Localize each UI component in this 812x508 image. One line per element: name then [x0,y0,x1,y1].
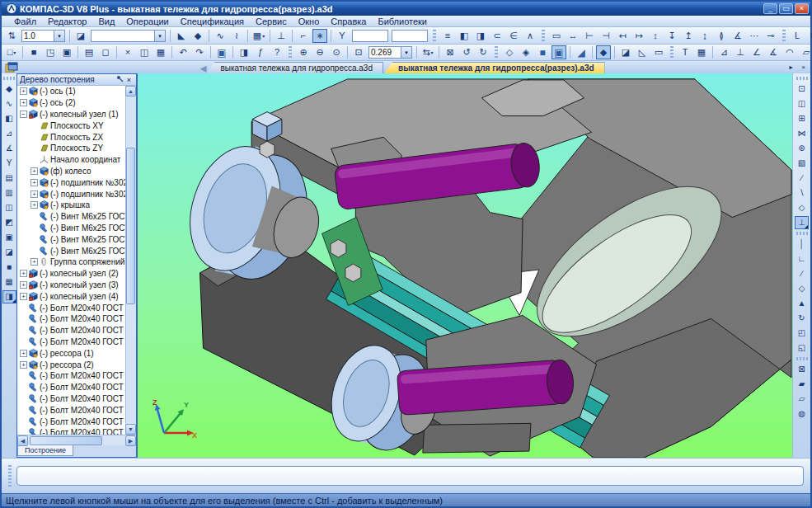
measure-arc-icon[interactable]: ◠ [782,45,797,59]
expand-icon[interactable]: + [20,270,27,277]
toolbar-grip[interactable] [796,357,808,360]
shaded-icon[interactable]: ■ [535,45,550,59]
tree-item[interactable]: (-) Болт М20х40 ГОСТ 77 [17,325,125,336]
diagonal-icon[interactable]: ∕ [795,267,809,280]
toolbar-grip[interactable] [796,232,808,235]
menu-item-1[interactable]: Файл [8,16,42,26]
zoom-combo-input[interactable] [368,46,401,59]
print-icon[interactable]: ▤ [82,45,96,59]
parametrize-icon[interactable]: ◩ [2,216,16,229]
sheetmetal-icon[interactable]: ◪ [2,246,16,259]
spec-tower2-icon[interactable]: ◨ [473,29,488,43]
menu-item-6[interactable]: Сервис [250,16,293,26]
spec-roof-icon[interactable]: ∧ [523,29,537,43]
report-icon[interactable]: ▥ [2,186,16,200]
dim-linear-icon[interactable]: ↔ [566,29,580,43]
tree-item[interactable]: (-) Болт М20х40 ГОСТ 77 [17,313,125,325]
tree-item[interactable]: (-) Винт М6х25 ГОСТ [17,233,125,245]
dim-auto-icon[interactable]: ▭ [549,29,564,43]
tree-item[interactable]: +(-) ось (1) [17,86,125,97]
sketch-line1-icon[interactable]: ∕ [795,172,809,185]
tree-item[interactable]: +(-) рессора (2) [17,359,125,370]
curve1-icon[interactable]: ∿ [213,29,228,43]
toolbar-grip[interactable] [3,77,15,80]
tree-item[interactable]: (-) Винт М6х25 ГОСТ [17,211,125,223]
expand-icon[interactable]: + [20,293,27,300]
datum-icon[interactable]: ∟ [795,252,809,266]
measure-perpendicular-icon[interactable]: ⊥ [733,45,748,59]
close-button[interactable]: × [795,3,809,14]
scroll-up-icon[interactable]: ▲ [125,86,136,96]
text-tool-icon[interactable]: T [678,45,692,59]
tree-item[interactable]: (-) Болт М20х40 ГОСТ 15 [17,393,125,405]
expand-icon[interactable]: + [31,179,38,186]
tree-scroll-thumb[interactable] [126,148,135,304]
measure-point-icon[interactable]: ⊿ [716,45,731,59]
perspective-icon[interactable]: ◢ [574,45,589,59]
style-combo-dropdown-icon[interactable]: ▾ [155,30,166,42]
expand-icon[interactable]: + [20,281,27,289]
undo-icon[interactable]: ↶ [176,45,190,59]
table-tool-icon[interactable]: ▦ [694,45,709,59]
tabs-scroll-left-icon[interactable]: ◂ [199,62,206,73]
dim-updown-icon[interactable]: ↨ [697,29,712,43]
expand-icon[interactable]: + [20,350,27,357]
fx-icon[interactable]: ƒ [253,45,268,59]
primitives-icon[interactable]: ■ [2,261,16,274]
tabs-close-icon[interactable]: × [798,63,809,73]
recent-icon[interactable]: ■ [26,45,41,59]
grid-icon-dropdown[interactable]: ▾ [262,33,265,39]
measure3d-icon[interactable]: ∡ [2,142,16,155]
zoom-out-icon[interactable]: ⊖ [312,45,327,59]
dim-right-icon[interactable]: ↦ [631,29,646,43]
zoom-area-icon[interactable]: ⊡ [351,45,366,59]
toolbar-grip[interactable] [670,46,674,59]
dim-angular-icon[interactable]: ∡ [730,29,745,43]
filter-icon[interactable]: Y [2,157,16,170]
add-component-icon[interactable]: ◫ [795,97,809,111]
toolbar-grip[interactable] [542,30,545,42]
cut-icon[interactable]: × [120,45,135,59]
fit-all-icon[interactable]: ⊠ [443,45,458,59]
dim-radial-icon[interactable]: ⊸ [763,29,778,43]
menu-item-2[interactable]: Редактор [42,16,92,26]
menu-item-7[interactable]: Окно [293,16,326,26]
hidden-lines-icon[interactable]: ◈ [519,45,533,59]
arc-c-icon[interactable]: C [806,29,812,43]
grid-icon[interactable]: ▦▾ [251,29,266,43]
dim-left-icon[interactable]: ↤ [615,29,630,43]
scale-combo-input[interactable] [21,30,54,42]
toolbar-grip[interactable] [433,30,436,42]
pan-icon-dropdown[interactable]: ▾ [431,49,434,55]
section-display-icon[interactable]: ◪ [618,45,633,59]
tree-item[interactable]: +(-) колесный узел (3) [17,280,125,291]
dim-dots-icon[interactable]: ⋯ [747,29,762,43]
toolbar-grip[interactable] [782,30,786,42]
tree-item[interactable]: +(-) ось (2) [17,97,125,109]
macro-panel-icon[interactable]: ▦ [2,275,16,289]
aux-geometry-icon[interactable]: ⊿ [2,127,16,140]
new-document-icon[interactable]: □▾ [4,45,19,59]
tree-item[interactable]: +(-) колесный узел (4) [17,290,125,302]
point-icon[interactable]: ◇ [795,282,809,295]
style-arrows-icon[interactable]: ⇅ [4,29,19,43]
tree-item[interactable]: +(-) подшипник №302 [17,188,125,200]
tree-item[interactable]: (-) Болт М20х40 ГОСТ 15 [17,404,125,416]
scroll-left-icon[interactable]: ◀ [17,435,28,446]
wireframe-icon[interactable]: ◇ [502,45,517,59]
select-frame-icon[interactable]: ⊠ [795,363,809,376]
new-document-icon-dropdown[interactable]: ▾ [13,49,16,55]
brush-lock-icon[interactable]: ▱ [795,393,809,406]
library-panel-icon[interactable]: ▣ [2,231,16,244]
tree-item[interactable]: Плоскость ZY [17,143,125,154]
apps-icon[interactable]: ◨ [2,290,16,303]
brush-icon[interactable]: ▰ [795,378,809,391]
collections-icon[interactable]: ⊥ [795,216,809,229]
window-menu-icon[interactable] [5,62,18,73]
spec-tree-icon[interactable]: ≡ [440,29,455,43]
tree-close-icon[interactable]: × [124,76,134,84]
expand-icon[interactable]: + [31,201,38,209]
minimize-button[interactable]: _ [763,3,777,14]
tree-item[interactable]: (-) Винт М6х25 ГОСТ [17,245,125,256]
tree-item[interactable]: (-) Болт М20х40 ГОСТ 15 [17,382,125,393]
